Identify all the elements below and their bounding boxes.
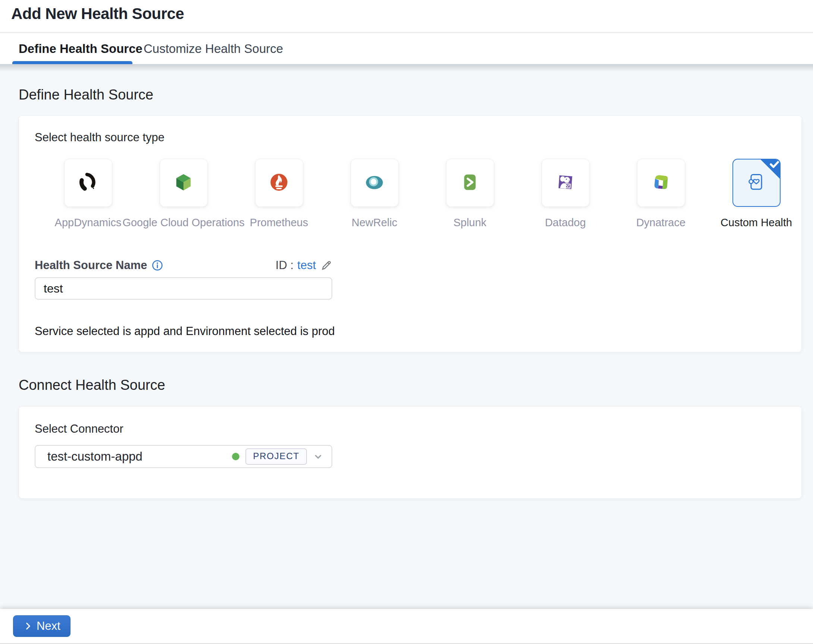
- id-value: test: [297, 259, 316, 272]
- connect-section-heading: Connect Health Source: [18, 377, 165, 393]
- splunk-tile[interactable]: [446, 159, 494, 207]
- source-option-newrelic: NewRelic: [327, 159, 422, 229]
- source-option-dynatrace: Dynatrace: [613, 159, 709, 229]
- source-label: Prometheus: [250, 217, 308, 229]
- service-environment-note: Service selected is appd and Environment…: [35, 324, 335, 338]
- source-option-appdynamics: AppDynamics: [40, 159, 136, 229]
- tab-bar: Define Health Source Customize Health So…: [0, 34, 813, 64]
- source-option-datadog: Datadog: [518, 159, 613, 229]
- source-label: AppDynamics: [55, 217, 121, 229]
- datadog-tile[interactable]: [541, 159, 590, 207]
- appdynamics-icon: [77, 171, 99, 194]
- google-cloud-operations-tile[interactable]: [160, 159, 208, 207]
- connector-name: test-custom-appd: [48, 450, 232, 463]
- next-button-label: Next: [37, 620, 60, 633]
- source-label: Google Cloud Operations: [122, 217, 244, 229]
- dynatrace-icon: [650, 171, 672, 194]
- source-option-splunk: Splunk: [422, 159, 518, 229]
- prometheus-tile[interactable]: [255, 159, 303, 207]
- health-source-name-row: Health Source Name ID : test: [35, 259, 332, 272]
- tab-bar-shadow: [0, 64, 813, 72]
- health-source-type-row: AppDynamics Google Cloud Operations: [40, 159, 804, 229]
- page-title: Add New Health Source: [11, 5, 184, 23]
- tab-define-health-source[interactable]: Define Health Source: [18, 34, 143, 64]
- id-prefix: ID :: [276, 259, 293, 272]
- newrelic-tile[interactable]: [351, 159, 399, 207]
- info-icon[interactable]: [152, 260, 163, 271]
- footer-bar: Next: [0, 609, 813, 644]
- custom-health-icon: [745, 171, 767, 195]
- source-option-google-cloud-operations: Google Cloud Operations: [136, 159, 231, 229]
- source-label: Datadog: [545, 217, 586, 229]
- connectivity-status-dot: [232, 453, 239, 460]
- prometheus-icon: [268, 171, 290, 194]
- tab-customize-health-source[interactable]: Customize Health Source: [144, 34, 283, 64]
- source-label: Splunk: [454, 217, 487, 229]
- source-label: Dynatrace: [636, 217, 686, 229]
- newrelic-icon: [364, 171, 385, 194]
- source-label: Custom Health: [721, 217, 792, 229]
- active-tab-underline: [12, 61, 132, 64]
- scope-badge: PROJECT: [245, 448, 307, 465]
- health-source-name-label: Health Source Name: [35, 259, 147, 272]
- connector-select[interactable]: test-custom-appd PROJECT: [35, 445, 332, 468]
- select-source-type-label: Select health source type: [35, 131, 164, 144]
- source-label: NewRelic: [352, 217, 397, 229]
- connect-health-source-card: Select Connector test-custom-appd PROJEC…: [18, 406, 802, 499]
- splunk-icon: [459, 171, 481, 194]
- next-chevron-icon: [23, 621, 33, 631]
- page-header: Add New Health Source: [0, 0, 813, 33]
- custom-health-tile[interactable]: [732, 159, 781, 207]
- google-cloud-operations-icon: [173, 172, 194, 194]
- chevron-down-icon[interactable]: [312, 451, 324, 462]
- source-option-prometheus: Prometheus: [231, 159, 327, 229]
- define-section-heading: Define Health Source: [18, 87, 153, 103]
- appdynamics-tile[interactable]: [64, 159, 112, 207]
- datadog-icon: [555, 171, 576, 194]
- next-button[interactable]: Next: [13, 615, 71, 637]
- add-health-source-page: Add New Health Source Define Health Sour…: [0, 0, 813, 644]
- health-source-name-input[interactable]: [35, 277, 332, 300]
- id-display: ID : test: [276, 259, 332, 272]
- select-connector-label: Select Connector: [35, 422, 123, 436]
- dynatrace-tile[interactable]: [637, 159, 685, 207]
- source-option-custom-health: Custom Health: [709, 159, 804, 229]
- edit-pencil-icon[interactable]: [321, 259, 332, 271]
- define-health-source-card: Select health source type AppDynamics: [18, 116, 802, 352]
